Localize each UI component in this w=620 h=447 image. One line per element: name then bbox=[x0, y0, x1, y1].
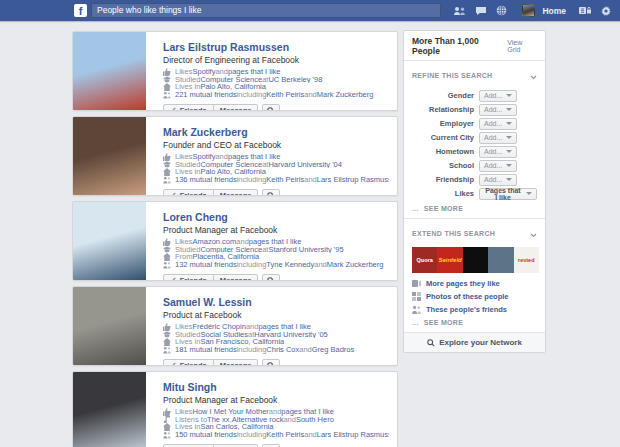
message-button[interactable]: Message bbox=[214, 104, 259, 111]
person-detail-row: 221 mutual friends including Keith Peiri… bbox=[163, 91, 389, 99]
detail-link[interactable]: Mark Zuckerberg bbox=[327, 261, 384, 269]
detail-link[interactable]: Spotify bbox=[193, 153, 216, 161]
detail-link[interactable]: Lars Eilstrup Rasmussen bbox=[317, 176, 389, 184]
message-button[interactable]: Message bbox=[214, 189, 259, 196]
page-thumbnail[interactable]: Seinfeld bbox=[437, 247, 462, 273]
detail-link[interactable]: Alternative rock bbox=[232, 416, 284, 424]
detail-link[interactable]: 136 mutual friends bbox=[175, 176, 237, 184]
detail-link[interactable]: South Hero bbox=[296, 416, 334, 424]
page-thumbnail[interactable]: Quora bbox=[412, 247, 437, 273]
detail-link[interactable]: Amazon.com bbox=[193, 238, 237, 246]
detail-link[interactable]: Social Studies bbox=[200, 331, 248, 339]
detail-link[interactable]: Palo Alto, California bbox=[200, 83, 265, 91]
profile-avatar[interactable] bbox=[522, 4, 535, 17]
detail-link[interactable]: How I Met Your Mother bbox=[193, 408, 269, 416]
message-button[interactable]: Message bbox=[214, 274, 259, 281]
friends-button[interactable]: ✓Friends bbox=[163, 189, 214, 196]
detail-link[interactable]: Keith Peiris bbox=[266, 431, 304, 439]
detail-link[interactable]: The xx bbox=[207, 416, 230, 424]
person-name-link[interactable]: Lars Eilstrup Rasmussen bbox=[163, 41, 289, 53]
detail-link[interactable]: Stanford University '95 bbox=[268, 246, 343, 254]
message-button[interactable]: Message bbox=[214, 359, 259, 366]
filter-dropdown[interactable]: Add... bbox=[479, 146, 517, 158]
filter-dropdown[interactable]: Add... bbox=[479, 90, 517, 102]
detail-link[interactable]: Frédéric Chopin bbox=[193, 323, 246, 331]
detail-link[interactable]: 181 mutual friends bbox=[175, 346, 237, 354]
detail-link[interactable]: Computer Science bbox=[200, 246, 262, 254]
card-search-button[interactable] bbox=[262, 104, 280, 111]
page-thumbnail[interactable]: rested bbox=[514, 247, 539, 273]
person-name-link[interactable]: Loren Cheng bbox=[163, 211, 228, 223]
settings-gear-icon[interactable] bbox=[599, 4, 612, 17]
card-search-button[interactable] bbox=[262, 189, 280, 196]
lives-icon bbox=[163, 168, 171, 176]
profile-photo[interactable] bbox=[73, 202, 146, 280]
detail-link[interactable]: Lars Eilstrup Rasmussen bbox=[317, 431, 389, 439]
detail-link[interactable]: San Carlos, California bbox=[200, 423, 273, 431]
detail-link[interactable]: pages that I like bbox=[281, 408, 334, 416]
person-name-link[interactable]: Mitu Singh bbox=[163, 381, 217, 393]
detail-link[interactable]: Spotify bbox=[193, 68, 216, 76]
person-name-link[interactable]: Mark Zuckerberg bbox=[163, 126, 248, 138]
person-detail-row: Likes Spotify and pages that I like bbox=[163, 68, 389, 76]
filter-dropdown[interactable]: Add... bbox=[479, 118, 517, 130]
privacy-shortcuts-icon[interactable] bbox=[578, 4, 591, 17]
detail-link[interactable]: pages that I like bbox=[228, 68, 281, 76]
extend-link[interactable]: These people's friends bbox=[412, 305, 537, 314]
page-thumbnail[interactable] bbox=[463, 247, 488, 273]
detail-link[interactable]: Harvard University '04 bbox=[268, 161, 342, 169]
profile-photo[interactable] bbox=[73, 287, 146, 365]
detail-link[interactable]: Placentia, California bbox=[193, 253, 260, 261]
friends-button[interactable]: ✓Friends bbox=[163, 104, 214, 111]
refine-see-more[interactable]: ...SEE MORE bbox=[412, 205, 537, 212]
extend-link-label: Photos of these people bbox=[426, 292, 509, 301]
filter-dropdown[interactable]: Add... bbox=[479, 104, 517, 116]
detail-link[interactable]: Computer Science bbox=[200, 76, 262, 84]
profile-photo[interactable] bbox=[73, 117, 146, 195]
filter-dropdown[interactable]: Add... bbox=[479, 174, 517, 186]
detail-link[interactable]: 132 mutual friends bbox=[175, 261, 237, 269]
detail-link[interactable]: Keith Peiris bbox=[266, 91, 304, 99]
detail-link[interactable]: 150 mutual friends bbox=[175, 431, 237, 439]
detail-link[interactable]: Greg Badros bbox=[312, 346, 355, 354]
filter-dropdown[interactable]: Add... bbox=[479, 160, 517, 172]
detail-link[interactable]: Harvard University '05 bbox=[254, 331, 328, 339]
filter-dropdown[interactable]: Add... bbox=[479, 132, 517, 144]
search-bar[interactable]: People who like things I like bbox=[91, 3, 441, 18]
extend-link[interactable]: More pages they like bbox=[412, 279, 537, 288]
detail-link[interactable]: pages that I like bbox=[228, 153, 281, 161]
caret-down-icon bbox=[506, 94, 512, 97]
detail-link[interactable]: Chris Cox bbox=[266, 346, 299, 354]
card-search-button[interactable] bbox=[262, 359, 280, 366]
detail-link[interactable]: pages that I like bbox=[258, 323, 311, 331]
person-detail-row: Lives in Palo Alto, California bbox=[163, 83, 389, 91]
chevron-down-icon[interactable] bbox=[530, 224, 537, 242]
profile-photo[interactable] bbox=[73, 32, 146, 110]
detail-link[interactable]: Palo Alto, California bbox=[200, 168, 265, 176]
friends-button[interactable]: ✓Friends bbox=[163, 359, 214, 366]
card-search-button[interactable] bbox=[262, 274, 280, 281]
detail-link[interactable]: Mark Zuckerberg bbox=[317, 91, 374, 99]
detail-link[interactable]: Tyne Kennedy bbox=[266, 261, 314, 269]
chevron-down-icon[interactable] bbox=[530, 66, 537, 84]
friend-requests-icon[interactable] bbox=[453, 4, 466, 17]
detail-link[interactable]: Keith Peiris bbox=[266, 176, 304, 184]
notifications-icon[interactable] bbox=[495, 4, 508, 17]
person-name-link[interactable]: Samuel W. Lessin bbox=[163, 296, 252, 308]
profile-photo[interactable] bbox=[73, 372, 146, 447]
facebook-logo[interactable]: f bbox=[74, 4, 87, 17]
detail-link[interactable]: Computer Science bbox=[200, 161, 262, 169]
filter-dropdown[interactable]: Pages that I like bbox=[479, 188, 537, 200]
explore-network-button[interactable]: Explore your Network bbox=[404, 332, 545, 352]
page-thumbnail[interactable] bbox=[488, 247, 513, 273]
home-link[interactable]: Home bbox=[542, 6, 566, 16]
detail-link[interactable]: UC Berkeley '98 bbox=[268, 76, 322, 84]
view-grid-link[interactable]: View Grid bbox=[507, 39, 537, 53]
messages-icon[interactable] bbox=[474, 4, 487, 17]
friends-button[interactable]: ✓Friends bbox=[163, 274, 214, 281]
extend-link[interactable]: Photos of these people bbox=[412, 292, 537, 301]
detail-link[interactable]: 221 mutual friends bbox=[175, 91, 237, 99]
detail-link[interactable]: San Francisco, California bbox=[200, 338, 284, 346]
extend-see-more[interactable]: ...SEE MORE bbox=[412, 319, 537, 326]
detail-link[interactable]: pages that I like bbox=[249, 238, 302, 246]
